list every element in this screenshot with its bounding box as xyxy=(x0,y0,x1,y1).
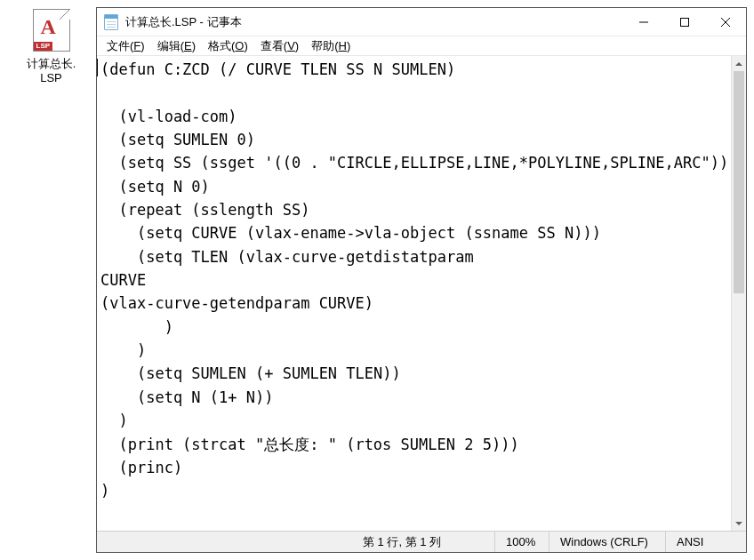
editor-container: (defun C:ZCD (/ CURVE TLEN SS N SUMLEN) … xyxy=(97,56,746,531)
chevron-up-icon xyxy=(735,62,742,66)
scroll-up-arrow[interactable] xyxy=(732,56,746,71)
menu-file[interactable]: 文件(F) xyxy=(100,36,151,56)
notepad-app-icon xyxy=(104,14,120,30)
maximize-button[interactable] xyxy=(664,8,705,36)
window-controls xyxy=(623,8,746,36)
svg-rect-1 xyxy=(681,18,689,26)
status-line-ending: Windows (CRLF) xyxy=(549,532,665,552)
scroll-thumb[interactable] xyxy=(734,71,744,293)
chevron-down-icon xyxy=(735,522,742,525)
minimize-button[interactable] xyxy=(623,8,664,36)
vertical-scrollbar[interactable] xyxy=(731,56,746,531)
scroll-down-arrow[interactable] xyxy=(732,516,746,531)
status-bar: 第 1 行, 第 1 列 100% Windows (CRLF) ANSI xyxy=(97,531,746,552)
menu-edit[interactable]: 编辑(E) xyxy=(151,36,202,56)
title-bar: 计算总长.LSP - 记事本 xyxy=(97,8,746,36)
window-title: 计算总长.LSP - 记事本 xyxy=(125,14,623,30)
menu-view[interactable]: 查看(V) xyxy=(254,36,305,56)
maximize-icon xyxy=(680,18,689,27)
autocad-lsp-icon: A LSP xyxy=(30,9,73,52)
desktop-file-icon[interactable]: A LSP 计算总长. LSP xyxy=(18,9,84,84)
close-button[interactable] xyxy=(705,8,746,36)
desktop-icon-label: 计算总长. LSP xyxy=(27,57,76,84)
status-cursor-position: 第 1 行, 第 1 列 xyxy=(352,532,494,552)
close-icon xyxy=(721,18,730,27)
status-encoding: ANSI xyxy=(666,532,746,552)
menu-bar: 文件(F) 编辑(E) 格式(O) 查看(V) 帮助(H) xyxy=(97,36,746,56)
status-zoom: 100% xyxy=(495,532,549,552)
menu-format[interactable]: 格式(O) xyxy=(202,36,254,56)
menu-help[interactable]: 帮助(H) xyxy=(305,36,357,56)
text-editor[interactable]: (defun C:ZCD (/ CURVE TLEN SS N SUMLEN) … xyxy=(97,56,731,531)
minimize-icon xyxy=(639,18,648,27)
notepad-window: 计算总长.LSP - 记事本 文件(F) 编辑(E) 格式(O) 查看(V) 帮… xyxy=(96,7,747,553)
